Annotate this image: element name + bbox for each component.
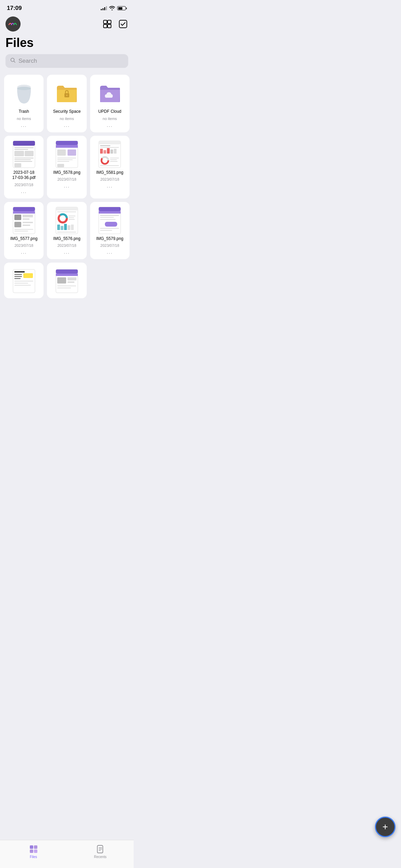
- svg-rect-62: [69, 219, 75, 220]
- file-img5579[interactable]: IMG_5579.png 2023/07/18 ···: [90, 202, 130, 260]
- svg-rect-82: [14, 276, 22, 277]
- page-title: Files: [5, 36, 128, 50]
- pdf1-menu[interactable]: ···: [21, 190, 27, 195]
- img5578-menu[interactable]: ···: [64, 184, 70, 190]
- svg-rect-16: [14, 158, 34, 158]
- svg-rect-32: [100, 147, 119, 148]
- svg-rect-19: [14, 163, 21, 167]
- svg-rect-93: [57, 286, 76, 286]
- folder-trash-label: Trash: [19, 109, 29, 114]
- img5579-name: IMG_5579.png: [96, 236, 123, 242]
- svg-rect-41: [110, 159, 117, 160]
- svg-rect-66: [68, 225, 70, 230]
- svg-rect-63: [57, 225, 60, 230]
- svg-rect-91: [68, 277, 76, 280]
- svg-rect-33: [100, 149, 103, 154]
- img5578-date: 2023/07/18: [57, 177, 76, 181]
- svg-rect-0: [104, 20, 107, 24]
- svg-rect-77: [100, 230, 112, 231]
- file-img5578[interactable]: IMG_5578.png 2023/07/18 ···: [47, 136, 86, 198]
- cloud-icon: [96, 80, 123, 107]
- svg-rect-22: [56, 145, 78, 148]
- img5577-thumb: [10, 207, 38, 234]
- svg-rect-92: [68, 281, 74, 283]
- header-actions: [102, 19, 128, 29]
- svg-rect-17: [14, 159, 31, 160]
- svg-point-7: [17, 87, 31, 90]
- select-mode-button[interactable]: [118, 19, 128, 29]
- svg-rect-47: [14, 215, 21, 220]
- file-img5576[interactable]: IMG_5576.png 2023/07/18 ···: [47, 202, 86, 260]
- img5577-menu[interactable]: ···: [21, 250, 27, 256]
- file-pdf1[interactable]: 2023-07-18 17-03-36.pdf 2023/07/18 ···: [4, 136, 44, 198]
- partial2-thumb: [53, 267, 81, 295]
- img5576-name: IMG_5576.png: [53, 236, 80, 242]
- img5581-date: 2023/07/18: [100, 177, 119, 181]
- svg-rect-14: [14, 151, 24, 156]
- svg-rect-72: [100, 215, 119, 216]
- img5576-menu[interactable]: ···: [64, 250, 70, 256]
- status-icons: [101, 5, 127, 11]
- folder-cloud-label: UPDF Cloud: [98, 109, 121, 114]
- svg-rect-70: [99, 207, 121, 211]
- folder-trash[interactable]: Trash no items ···: [4, 75, 44, 132]
- svg-rect-80: [14, 274, 22, 275]
- svg-rect-31: [100, 145, 110, 146]
- file-img5581[interactable]: IMG_5581.png 2023/07/18 ···: [90, 136, 130, 198]
- svg-rect-94: [57, 288, 71, 288]
- svg-rect-40: [110, 158, 119, 158]
- svg-rect-48: [23, 215, 33, 217]
- svg-rect-43: [100, 165, 119, 166]
- folder-security-label: Security Space: [53, 109, 81, 114]
- svg-rect-28: [57, 164, 64, 167]
- folder-trash-menu[interactable]: ···: [21, 123, 27, 129]
- svg-rect-18: [14, 161, 32, 162]
- battery-icon: [117, 6, 127, 10]
- folder-security-menu[interactable]: ···: [64, 123, 70, 129]
- img5578-thumb: [53, 141, 81, 168]
- search-container: Search: [0, 54, 134, 75]
- img5576-thumb: [53, 207, 81, 234]
- svg-rect-83: [14, 278, 21, 279]
- img5578-name: IMG_5578.png: [53, 170, 80, 176]
- app-logo[interactable]: [5, 16, 21, 32]
- svg-rect-26: [57, 159, 73, 160]
- svg-rect-90: [57, 277, 66, 284]
- svg-rect-81: [23, 273, 33, 278]
- svg-rect-67: [71, 225, 74, 230]
- svg-rect-23: [57, 149, 66, 156]
- search-bar[interactable]: Search: [5, 54, 128, 68]
- svg-rect-1: [108, 20, 111, 24]
- svg-rect-25: [57, 158, 76, 158]
- folder-cloud-menu[interactable]: ···: [107, 123, 113, 129]
- img5577-name: IMG_5577.png: [10, 236, 37, 242]
- folder-security[interactable]: Security Space no items ···: [47, 75, 86, 132]
- svg-rect-52: [23, 225, 30, 226]
- svg-rect-30: [99, 141, 121, 144]
- svg-rect-27: [57, 161, 69, 162]
- partial1-thumb: [10, 267, 38, 295]
- file-partial2[interactable]: [47, 263, 86, 298]
- svg-rect-61: [69, 217, 74, 218]
- svg-rect-84: [14, 281, 33, 281]
- svg-rect-13: [14, 149, 28, 150]
- grid-view-button[interactable]: [102, 19, 112, 29]
- folder-security-subtitle: no items: [60, 117, 74, 121]
- folder-cloud-subtitle: no items: [103, 117, 117, 121]
- svg-rect-54: [14, 231, 28, 231]
- svg-rect-46: [13, 211, 35, 214]
- files-grid: Trash no items ··· Security Space no ite…: [0, 75, 134, 298]
- img5579-menu[interactable]: ···: [107, 250, 113, 256]
- svg-rect-68: [57, 232, 76, 232]
- svg-rect-85: [14, 283, 28, 284]
- file-partial1[interactable]: [4, 263, 44, 298]
- folder-cloud[interactable]: UPDF Cloud no items ···: [90, 75, 130, 132]
- signal-icon: [101, 6, 107, 10]
- img5577-date: 2023/07/18: [14, 243, 33, 248]
- svg-rect-89: [56, 274, 78, 276]
- svg-rect-57: [57, 212, 76, 212]
- img5581-menu[interactable]: ···: [107, 184, 113, 190]
- search-placeholder: Search: [19, 58, 37, 64]
- file-img5577[interactable]: IMG_5577.png 2023/07/18 ···: [4, 202, 44, 260]
- svg-rect-51: [23, 222, 33, 223]
